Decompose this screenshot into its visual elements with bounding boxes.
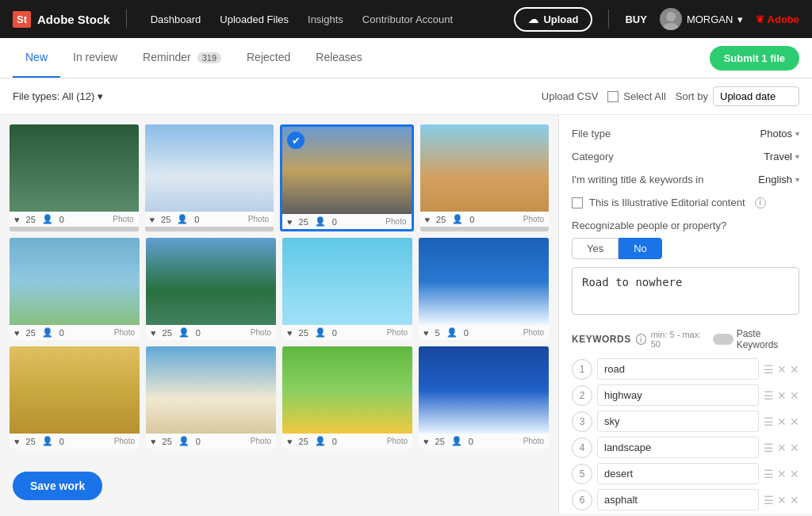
move-up-icon[interactable]: ✕ bbox=[777, 389, 787, 402]
sort-select[interactable]: Upload date bbox=[713, 86, 799, 106]
move-up-icon[interactable]: ✕ bbox=[777, 468, 787, 480]
delete-keyword-icon[interactable]: ✕ bbox=[790, 494, 799, 506]
delete-keyword-icon[interactable]: ✕ bbox=[790, 468, 799, 480]
people-icon: 👤 bbox=[178, 327, 190, 338]
paste-toggle[interactable] bbox=[713, 334, 733, 345]
keyword-input-1[interactable] bbox=[597, 358, 759, 380]
drag-icon[interactable]: ☰ bbox=[764, 441, 774, 454]
keyword-input-4[interactable] bbox=[597, 437, 759, 458]
keyword-row-3: 3 ☰ ✕ ✕ bbox=[572, 411, 799, 432]
category-select[interactable]: Travel ▾ bbox=[764, 151, 799, 162]
like-count: 25 bbox=[161, 215, 170, 224]
illustrative-info-icon[interactable]: i bbox=[755, 197, 766, 208]
like-count: 25 bbox=[435, 437, 445, 446]
image-meta: ♥ 25 👤 0 Photo bbox=[146, 434, 276, 449]
like-count: 25 bbox=[26, 328, 36, 338]
people-icon: 👤 bbox=[42, 327, 53, 338]
keyword-input-5[interactable] bbox=[597, 463, 759, 484]
keyword-num: 6 bbox=[572, 490, 592, 510]
drag-icon[interactable]: ☰ bbox=[764, 468, 774, 480]
image-card[interactable]: ♥ 25 👤 0 Photo bbox=[145, 124, 274, 231]
select-all-area[interactable]: Select All bbox=[607, 90, 665, 102]
header-nav: Dashboard Uploaded Files Insights Contri… bbox=[143, 10, 461, 29]
image-thumbnail bbox=[282, 238, 412, 325]
drag-icon[interactable]: ☰ bbox=[764, 415, 774, 428]
nav-contributor[interactable]: Contributor Account bbox=[354, 10, 461, 29]
image-thumbnail bbox=[419, 238, 549, 325]
image-card-selected[interactable]: ✔ ♥ 25 👤 0 Photo bbox=[280, 124, 414, 231]
upload-csv-button[interactable]: Upload CSV bbox=[542, 90, 599, 102]
header: St Adobe Stock Dashboard Uploaded Files … bbox=[0, 0, 812, 38]
move-up-icon[interactable]: ✕ bbox=[777, 363, 787, 376]
image-type: Photo bbox=[114, 328, 135, 337]
file-types-filter[interactable]: File types: All (12) ▾ bbox=[13, 90, 103, 102]
move-up-icon[interactable]: ✕ bbox=[777, 415, 787, 428]
title-input[interactable]: Road to nowhere bbox=[572, 267, 799, 315]
move-up-icon[interactable]: ✕ bbox=[777, 494, 787, 506]
tab-reminder[interactable]: Reminder 319 bbox=[130, 38, 234, 78]
file-type-chevron-icon: ▾ bbox=[795, 129, 799, 138]
delete-keyword-icon[interactable]: ✕ bbox=[790, 389, 799, 402]
illustrative-checkbox[interactable] bbox=[572, 197, 583, 208]
select-all-checkbox[interactable] bbox=[607, 91, 619, 102]
upload-button[interactable]: ☁ Upload bbox=[514, 7, 592, 32]
keyword-input-2[interactable] bbox=[597, 384, 759, 406]
nav-insights[interactable]: Insights bbox=[300, 10, 351, 29]
like-count: 25 bbox=[163, 437, 172, 446]
file-type-select[interactable]: Photos ▾ bbox=[760, 128, 799, 140]
delete-keyword-icon[interactable]: ✕ bbox=[790, 363, 799, 376]
image-card[interactable]: ♥ 25 👤 0 Photo bbox=[10, 346, 140, 449]
logo-box: St bbox=[13, 11, 31, 28]
image-card[interactable]: ♥ 25 👤 0 Photo bbox=[282, 238, 412, 340]
keywords-info-icon[interactable]: i bbox=[636, 334, 646, 345]
tab-releases[interactable]: Releases bbox=[303, 38, 374, 78]
grid-row-2: ♥ 25 👤 0 Photo ♥ 25 👤 0 Photo bbox=[10, 238, 549, 340]
save-work-button[interactable]: Save work bbox=[13, 472, 102, 500]
keyword-input-6[interactable] bbox=[597, 489, 759, 510]
image-card[interactable]: ♥ 25 👤 0 Photo bbox=[10, 238, 140, 340]
drag-icon[interactable]: ☰ bbox=[764, 389, 774, 402]
header-divider bbox=[126, 10, 127, 29]
drag-icon[interactable]: ☰ bbox=[764, 494, 774, 506]
delete-keyword-icon[interactable]: ✕ bbox=[790, 441, 799, 454]
nav-uploaded-files[interactable]: Uploaded Files bbox=[212, 10, 297, 29]
image-meta: ♥ 25 👤 0 Photo bbox=[145, 212, 274, 227]
image-meta: ♥ 25 👤 0 Photo bbox=[282, 325, 412, 340]
image-card[interactable]: ♥ 25 👤 0 Photo bbox=[146, 346, 276, 449]
no-button[interactable]: No bbox=[619, 238, 662, 259]
image-type: Photo bbox=[523, 215, 544, 224]
image-card[interactable]: ♥ 25 👤 0 Photo bbox=[10, 124, 139, 231]
submit-button[interactable]: Submit 1 file bbox=[710, 46, 799, 71]
user-area[interactable]: MORGAN ▾ bbox=[660, 8, 744, 30]
paste-keywords-button[interactable]: Paste Keywords bbox=[713, 328, 799, 350]
category-value: Travel bbox=[764, 151, 792, 162]
delete-keyword-icon[interactable]: ✕ bbox=[790, 415, 799, 428]
keyword-input-3[interactable] bbox=[597, 411, 759, 432]
image-card[interactable]: ♥ 25 👤 0 Photo bbox=[282, 346, 412, 449]
tab-rejected[interactable]: Rejected bbox=[234, 38, 303, 78]
yes-button[interactable]: Yes bbox=[572, 238, 619, 259]
people-icon: 👤 bbox=[315, 436, 326, 446]
tab-new[interactable]: New bbox=[13, 38, 60, 78]
image-card[interactable]: ♥ 25 👤 0 Photo bbox=[420, 124, 550, 231]
nav-dashboard[interactable]: Dashboard bbox=[143, 10, 209, 29]
people-icon: 👤 bbox=[451, 436, 462, 446]
like-count: 25 bbox=[26, 437, 36, 446]
image-thumbnail bbox=[282, 346, 412, 434]
image-thumbnail bbox=[146, 346, 276, 434]
move-up-icon[interactable]: ✕ bbox=[777, 441, 787, 454]
image-type: Photo bbox=[387, 437, 408, 445]
yes-no-buttons: Yes No bbox=[572, 238, 799, 259]
avatar bbox=[660, 8, 682, 30]
keyword-row-2: 2 ☰ ✕ ✕ bbox=[572, 384, 799, 406]
drag-icon[interactable]: ☰ bbox=[764, 363, 774, 376]
keyword-actions: ☰ ✕ ✕ bbox=[764, 468, 799, 480]
image-card[interactable]: ♥ 25 👤 0 Photo bbox=[419, 346, 549, 449]
category-row: Category Travel ▾ bbox=[572, 151, 799, 162]
buy-button[interactable]: BUY bbox=[625, 13, 646, 25]
tabs-bar: New In review Reminder 319 Rejected Rele… bbox=[0, 38, 812, 78]
image-card[interactable]: ♥ 25 👤 0 Photo bbox=[146, 238, 276, 340]
language-select[interactable]: English ▾ bbox=[758, 174, 799, 185]
tab-in-review[interactable]: In review bbox=[60, 38, 130, 78]
image-card[interactable]: ♥ 5 👤 0 Photo bbox=[419, 238, 549, 340]
